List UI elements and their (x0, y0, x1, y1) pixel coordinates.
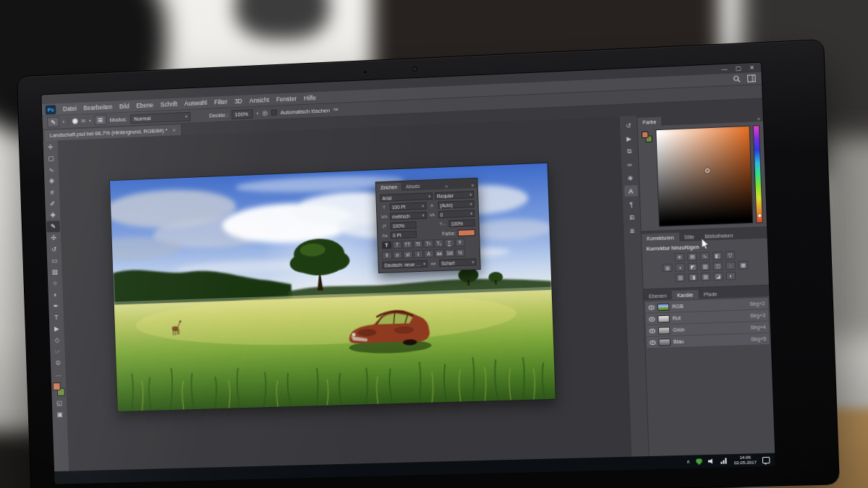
quick-selection-tool[interactable]: ❋ (45, 175, 59, 187)
gradient-tool[interactable]: ▨ (48, 266, 61, 278)
lasso-tool[interactable]: ∿ (45, 164, 59, 176)
leading-select[interactable]: (Auto)▾ (438, 200, 475, 209)
glyphen-panel-icon[interactable]: ⊞ (625, 212, 639, 223)
baseline-field[interactable]: 0 Pt (391, 231, 417, 239)
opacity-value[interactable]: 100% (231, 108, 253, 119)
contextual-alternates-button[interactable]: σ (392, 251, 402, 259)
tab-stile[interactable]: Stile (679, 232, 700, 241)
hue-slider-handle[interactable] (758, 215, 761, 218)
color-swatches[interactable] (53, 382, 65, 396)
toggle-brush-panel-icon[interactable]: ⊞ (94, 115, 106, 125)
horizontal-scale-field[interactable]: 100% (448, 219, 475, 227)
swash-button[interactable]: ℓ (413, 250, 423, 258)
tab-pfade[interactable]: Pfade (698, 289, 723, 299)
eyedropper-tool[interactable]: ✐ (46, 198, 59, 210)
faux-italic-button[interactable]: T (392, 241, 402, 249)
zoom-tool[interactable]: ⊙ (51, 357, 65, 369)
visibility-eye-icon[interactable] (649, 317, 655, 321)
brush-preset-icon[interactable] (72, 119, 78, 124)
zeichenformate-panel-icon[interactable]: ≣ (625, 225, 639, 236)
screen-mode-icon[interactable]: ▣ (53, 408, 67, 420)
faux-bold-button[interactable]: T (382, 241, 392, 249)
text-color-swatch[interactable] (458, 229, 475, 236)
security-shield-icon[interactable] (696, 458, 702, 465)
absatz-panel-icon[interactable]: ¶ (624, 198, 638, 210)
kanalmixer-icon[interactable]: ◫ (713, 262, 723, 270)
color-panel-menu-icon[interactable]: ≡ (757, 116, 763, 121)
farbton-saettigung-icon[interactable]: ◍ (663, 264, 673, 273)
gradationskurven-icon[interactable]: ∿ (700, 252, 710, 261)
panel-collapse-icon[interactable]: » (445, 184, 451, 189)
shape-tool[interactable]: ◇ (51, 334, 64, 346)
brush-preset-caret[interactable]: ▾ (89, 119, 91, 123)
marquee-tool[interactable]: ▢ (44, 153, 58, 164)
menu-ebene[interactable]: Ebene (132, 101, 157, 109)
type-tool[interactable]: T (50, 312, 64, 323)
farbbalance-icon[interactable]: ◖ (675, 263, 685, 272)
eraser-tool[interactable]: ▭ (48, 254, 61, 266)
search-icon[interactable] (733, 75, 741, 83)
titling-alternates-button[interactable]: aa (434, 249, 444, 257)
active-tool-icon[interactable]: ✎ (47, 117, 59, 127)
tab-absatz[interactable]: Absatz (401, 182, 425, 191)
subscript-button[interactable]: T₁ (434, 239, 444, 247)
menu-auswahl[interactable]: Auswahl (181, 99, 210, 108)
airbrush-icon[interactable]: ◎ (262, 109, 268, 116)
menu-hilfe[interactable]: Hilfe (300, 94, 320, 102)
more-tools-icon[interactable]: … (51, 368, 65, 380)
underline-button[interactable]: T (444, 239, 454, 247)
menu-bild[interactable]: Bild (116, 103, 133, 111)
antialias-select[interactable]: Scharf▾ (439, 258, 477, 267)
menu-bearbeiten[interactable]: Bearbeiten (80, 103, 116, 112)
vertical-scale-field[interactable]: 100% (391, 221, 417, 229)
quick-mask-icon[interactable]: ◱ (53, 397, 67, 408)
tontrennung-icon[interactable]: ▥ (676, 273, 686, 282)
discretionary-ligatures-button[interactable]: st (403, 250, 413, 258)
pinsel-panel-icon[interactable]: ✑ (623, 159, 637, 171)
all-caps-button[interactable]: TT (402, 240, 412, 248)
visibility-eye-icon[interactable] (650, 328, 655, 333)
selektive-farbkorrektur-icon[interactable]: ◪ (713, 272, 723, 281)
dodge-tool[interactable]: ◐ (48, 288, 62, 300)
protokoll-panel-icon[interactable]: ↺ (621, 119, 635, 131)
strikethrough-button[interactable]: Ŧ (455, 239, 465, 247)
ordinals-button[interactable]: 1st (445, 249, 455, 257)
schwarzweiss-icon[interactable]: ◩ (688, 262, 698, 271)
verlaufsumsetzung-icon[interactable]: ▨ (701, 273, 711, 281)
foreground-color-swatch[interactable] (53, 382, 61, 390)
color-field[interactable] (655, 126, 753, 227)
menu-ansicht[interactable]: Ansicht (246, 96, 273, 105)
font-style-select[interactable]: Regular▾ (435, 191, 474, 200)
pen-tool[interactable]: ✒ (49, 300, 63, 312)
blur-tool[interactable]: ○ (48, 278, 62, 289)
crop-tool[interactable]: # (46, 187, 59, 198)
stylistic-alternates-button[interactable]: A (424, 249, 434, 257)
color-lookup-icon[interactable]: ◌ (726, 262, 736, 270)
aktionen-panel-icon[interactable]: ▶ (622, 132, 636, 144)
pressure-icon[interactable]: ✑ (333, 106, 339, 114)
belichtung-icon[interactable]: ◧ (712, 252, 723, 260)
hue-slider[interactable] (753, 125, 763, 223)
zeichen-panel-icon[interactable]: A (624, 185, 638, 197)
history-brush-tool[interactable]: ↺ (47, 244, 61, 255)
landscape-document[interactable] (110, 163, 556, 411)
minimize-button[interactable]: — (721, 66, 728, 72)
color-panel-fg-swatch[interactable] (642, 132, 649, 138)
umkehren-icon[interactable]: ▦ (739, 261, 749, 270)
move-tool[interactable]: ✛ (43, 141, 57, 153)
mode-select[interactable]: Normal▾ (130, 111, 191, 123)
network-signal-icon[interactable] (720, 458, 728, 463)
visibility-eye-icon[interactable] (648, 305, 654, 309)
tab-close-icon[interactable]: × (172, 127, 176, 133)
kerning-select[interactable]: metrisch▾ (390, 212, 427, 221)
action-center-icon[interactable] (762, 456, 770, 463)
volume-icon[interactable] (708, 458, 715, 464)
visibility-eye-icon[interactable] (650, 340, 655, 344)
path-selection-tool[interactable]: ▶ (50, 322, 64, 334)
workspace-switcher-icon[interactable] (747, 74, 756, 82)
superscript-button[interactable]: T¹ (423, 239, 433, 247)
menu-schrift[interactable]: Schrift (157, 100, 181, 108)
ligatures-button[interactable]: fi (382, 251, 392, 259)
menu-fenster[interactable]: Fenster (273, 95, 301, 103)
tab-zeichen[interactable]: Zeichen (376, 183, 401, 192)
